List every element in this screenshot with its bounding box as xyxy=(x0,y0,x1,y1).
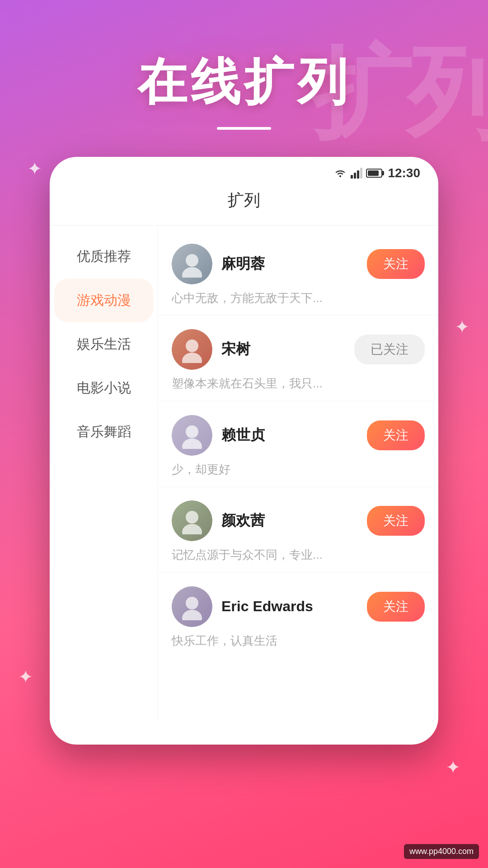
sidebar-item-quality[interactable]: 优质推荐 xyxy=(50,235,158,278)
star-decoration-tr: ✦ xyxy=(455,316,470,337)
list-item: 宋树 已关注 塑像本来就在石头里，我只... xyxy=(158,316,438,401)
sidebar-item-entertainment[interactable]: 娱乐生活 xyxy=(50,322,158,366)
signal-icon xyxy=(351,168,362,179)
user-info: 颜欢茜 xyxy=(221,511,367,531)
user-desc: 心中无敌，方能无敌于天下... xyxy=(172,290,425,306)
svg-point-14 xyxy=(182,610,202,620)
svg-point-6 xyxy=(182,267,202,278)
star-decoration-bl: ✦ xyxy=(18,666,33,687)
user-name: 麻明蓉 xyxy=(221,254,367,274)
list-item: Eric Edwards 关注 快乐工作，认真生活 xyxy=(158,573,438,658)
user-info: 赖世贞 xyxy=(221,425,367,445)
user-desc: 记忆点源于与众不同，专业... xyxy=(172,547,425,563)
followed-button[interactable]: 已关注 xyxy=(354,335,425,364)
follow-button[interactable]: 关注 xyxy=(367,592,425,622)
svg-point-0 xyxy=(339,175,341,177)
main-content: 优质推荐 游戏动漫 娱乐生活 电影小说 音乐舞蹈 麻明蓉 xyxy=(50,226,438,723)
svg-point-10 xyxy=(182,439,202,449)
star-decoration-tl: ✦ xyxy=(27,158,42,179)
svg-point-7 xyxy=(186,340,198,352)
battery-icon xyxy=(366,169,382,178)
svg-rect-4 xyxy=(360,168,362,179)
avatar xyxy=(172,244,212,284)
user-info: Eric Edwards xyxy=(221,598,367,615)
status-time: 12:30 xyxy=(388,166,420,180)
avatar xyxy=(172,415,212,456)
user-list: 麻明蓉 关注 心中无敌，方能无敌于天下... 宋树 xyxy=(158,226,438,723)
svg-point-13 xyxy=(186,597,198,609)
user-row: 宋树 已关注 xyxy=(172,329,425,370)
sidebar: 优质推荐 游戏动漫 娱乐生活 电影小说 音乐舞蹈 xyxy=(50,226,158,723)
star-decoration-br: ✦ xyxy=(446,757,461,778)
svg-point-5 xyxy=(186,254,198,267)
wifi-icon xyxy=(333,168,347,179)
sidebar-item-game-anime[interactable]: 游戏动漫 xyxy=(54,278,153,322)
header-area: 在线扩列 xyxy=(0,0,488,130)
user-name: 赖世贞 xyxy=(221,425,367,445)
user-name: 宋树 xyxy=(221,340,354,359)
list-item: 赖世贞 关注 少，却更好 xyxy=(158,401,438,487)
svg-point-11 xyxy=(186,511,198,524)
sidebar-item-music-dance[interactable]: 音乐舞蹈 xyxy=(50,410,158,454)
watermark: www.pp4000.com xyxy=(404,844,479,859)
user-info: 麻明蓉 xyxy=(221,254,367,274)
avatar xyxy=(172,329,212,370)
user-info: 宋树 xyxy=(221,340,354,359)
list-item: 颜欢茜 关注 记忆点源于与众不同，专业... xyxy=(158,487,438,572)
user-desc: 快乐工作，认真生活 xyxy=(172,632,425,649)
phone-mockup: 12:30 扩列 优质推荐 游戏动漫 娱乐生活 电影小说 音乐舞蹈 xyxy=(50,157,438,745)
user-name: 颜欢茜 xyxy=(221,511,367,531)
user-row: 赖世贞 关注 xyxy=(172,415,425,456)
svg-rect-1 xyxy=(351,175,353,179)
app-title: 扩列 xyxy=(228,191,260,209)
status-icons xyxy=(333,168,382,179)
avatar xyxy=(172,586,212,627)
app-titlebar: 扩列 xyxy=(50,185,438,226)
follow-button[interactable]: 关注 xyxy=(367,506,425,536)
svg-point-8 xyxy=(182,353,202,363)
sidebar-item-movie-novel[interactable]: 电影小说 xyxy=(50,366,158,410)
follow-button[interactable]: 关注 xyxy=(367,249,425,279)
user-row: 颜欢茜 关注 xyxy=(172,500,425,541)
list-item: 麻明蓉 关注 心中无敌，方能无敌于天下... xyxy=(158,230,438,316)
user-name: Eric Edwards xyxy=(221,598,367,615)
avatar xyxy=(172,500,212,541)
main-title: 在线扩列 xyxy=(0,54,488,109)
status-bar: 12:30 xyxy=(50,157,438,185)
svg-rect-3 xyxy=(357,170,359,179)
svg-rect-2 xyxy=(354,173,356,179)
svg-point-12 xyxy=(182,524,202,534)
user-row: Eric Edwards 关注 xyxy=(172,586,425,627)
user-desc: 塑像本来就在石头里，我只... xyxy=(172,375,425,392)
follow-button[interactable]: 关注 xyxy=(367,420,425,450)
user-row: 麻明蓉 关注 xyxy=(172,244,425,284)
user-desc: 少，却更好 xyxy=(172,461,425,477)
header-divider xyxy=(217,127,271,130)
svg-point-9 xyxy=(186,425,198,438)
